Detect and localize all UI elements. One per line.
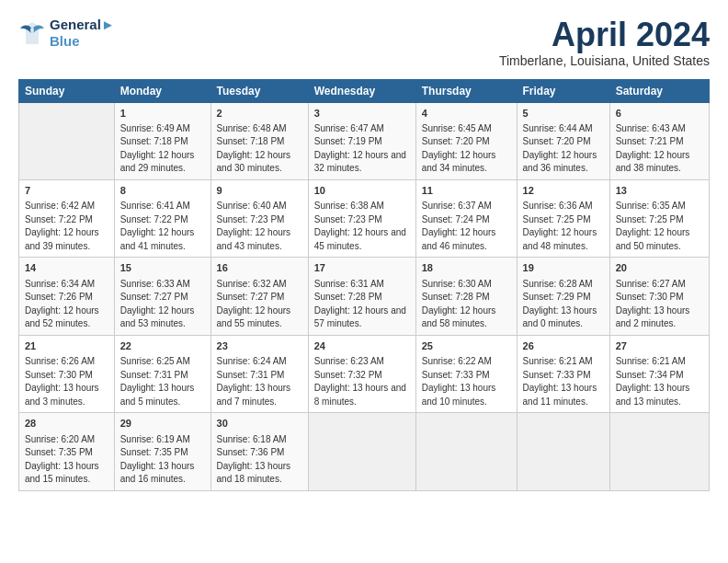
calendar-cell: 2Sunrise: 6:48 AMSunset: 7:18 PMDaylight… [210, 102, 308, 179]
day-number: 20 [616, 261, 703, 275]
calendar-cell: 4Sunrise: 6:45 AMSunset: 7:20 PMDaylight… [415, 102, 517, 179]
day-number: 8 [120, 184, 205, 198]
col-friday: Friday [517, 79, 609, 102]
cell-info: Sunrise: 6:21 AMSunset: 7:34 PMDaylight:… [616, 355, 703, 408]
day-number: 16 [217, 261, 302, 275]
day-number: 4 [422, 107, 511, 121]
day-number: 12 [523, 184, 604, 198]
cell-info: Sunrise: 6:48 AMSunset: 7:18 PMDaylight:… [217, 122, 302, 176]
day-number: 28 [25, 417, 108, 431]
day-number: 18 [422, 261, 511, 275]
day-number: 11 [422, 184, 511, 198]
cell-info: Sunrise: 6:49 AMSunset: 7:18 PMDaylight:… [120, 122, 205, 176]
col-wednesday: Wednesday [308, 79, 415, 102]
cell-info: Sunrise: 6:45 AMSunset: 7:20 PMDaylight:… [422, 122, 511, 176]
day-number: 1 [120, 107, 205, 121]
day-number: 26 [523, 339, 604, 353]
calendar-week-5: 28Sunrise: 6:20 AMSunset: 7:35 PMDayligh… [19, 413, 710, 490]
calendar-cell [609, 413, 709, 490]
cell-info: Sunrise: 6:27 AMSunset: 7:30 PMDaylight:… [616, 278, 703, 331]
cell-info: Sunrise: 6:21 AMSunset: 7:33 PMDaylight:… [523, 355, 604, 408]
calendar-cell: 30Sunrise: 6:18 AMSunset: 7:36 PMDayligh… [210, 413, 308, 490]
calendar-cell: 26Sunrise: 6:21 AMSunset: 7:33 PMDayligh… [517, 335, 609, 412]
cell-info: Sunrise: 6:35 AMSunset: 7:25 PMDaylight:… [616, 200, 703, 253]
calendar-table: Sunday Monday Tuesday Wednesday Thursday… [18, 79, 710, 491]
calendar-cell: 23Sunrise: 6:24 AMSunset: 7:31 PMDayligh… [210, 335, 308, 412]
day-number: 3 [314, 107, 410, 121]
calendar-cell: 5Sunrise: 6:44 AMSunset: 7:20 PMDaylight… [517, 102, 609, 179]
calendar-cell: 9Sunrise: 6:40 AMSunset: 7:23 PMDaylight… [210, 179, 308, 257]
calendar-cell: 19Sunrise: 6:28 AMSunset: 7:29 PMDayligh… [517, 258, 609, 335]
calendar-cell [415, 413, 517, 490]
calendar-cell: 12Sunrise: 6:36 AMSunset: 7:25 PMDayligh… [517, 179, 609, 257]
col-monday: Monday [114, 79, 210, 102]
calendar-cell: 24Sunrise: 6:23 AMSunset: 7:32 PMDayligh… [308, 335, 415, 412]
calendar-subtitle: Timberlane, Louisiana, United States [499, 53, 710, 68]
calendar-cell: 27Sunrise: 6:21 AMSunset: 7:34 PMDayligh… [609, 335, 709, 412]
calendar-week-4: 21Sunrise: 6:26 AMSunset: 7:30 PMDayligh… [19, 335, 710, 412]
day-number: 15 [120, 261, 205, 275]
calendar-cell: 29Sunrise: 6:19 AMSunset: 7:35 PMDayligh… [114, 413, 210, 490]
day-number: 6 [616, 107, 703, 121]
calendar-cell: 3Sunrise: 6:47 AMSunset: 7:19 PMDaylight… [308, 102, 415, 179]
calendar-cell: 28Sunrise: 6:20 AMSunset: 7:35 PMDayligh… [19, 413, 115, 490]
day-number: 13 [616, 184, 703, 198]
cell-info: Sunrise: 6:36 AMSunset: 7:25 PMDaylight:… [523, 200, 604, 253]
logo-icon [18, 20, 46, 46]
calendar-title: April 2024 [499, 17, 710, 53]
day-number: 14 [25, 261, 108, 275]
cell-info: Sunrise: 6:30 AMSunset: 7:28 PMDaylight:… [422, 278, 511, 331]
day-number: 29 [120, 417, 205, 431]
page-container: General► Blue April 2024 Timberlane, Lou… [0, 0, 728, 500]
calendar-header-row: Sunday Monday Tuesday Wednesday Thursday… [19, 79, 710, 102]
calendar-cell: 13Sunrise: 6:35 AMSunset: 7:25 PMDayligh… [609, 179, 709, 257]
calendar-week-3: 14Sunrise: 6:34 AMSunset: 7:26 PMDayligh… [19, 258, 710, 335]
calendar-cell: 20Sunrise: 6:27 AMSunset: 7:30 PMDayligh… [609, 258, 709, 335]
svg-marker-0 [20, 22, 44, 44]
cell-info: Sunrise: 6:20 AMSunset: 7:35 PMDaylight:… [25, 433, 108, 487]
calendar-cell: 17Sunrise: 6:31 AMSunset: 7:28 PMDayligh… [308, 258, 415, 335]
cell-info: Sunrise: 6:42 AMSunset: 7:22 PMDaylight:… [25, 200, 108, 253]
cell-info: Sunrise: 6:44 AMSunset: 7:20 PMDaylight:… [523, 122, 604, 176]
calendar-cell: 7Sunrise: 6:42 AMSunset: 7:22 PMDaylight… [19, 179, 115, 257]
calendar-cell: 25Sunrise: 6:22 AMSunset: 7:33 PMDayligh… [415, 335, 517, 412]
calendar-week-2: 7Sunrise: 6:42 AMSunset: 7:22 PMDaylight… [19, 179, 710, 257]
header: General► Blue April 2024 Timberlane, Lou… [18, 17, 710, 68]
calendar-cell: 22Sunrise: 6:25 AMSunset: 7:31 PMDayligh… [114, 335, 210, 412]
cell-info: Sunrise: 6:28 AMSunset: 7:29 PMDaylight:… [523, 278, 604, 331]
calendar-body: 1Sunrise: 6:49 AMSunset: 7:18 PMDaylight… [19, 102, 710, 490]
cell-info: Sunrise: 6:19 AMSunset: 7:35 PMDaylight:… [120, 433, 205, 487]
calendar-week-1: 1Sunrise: 6:49 AMSunset: 7:18 PMDaylight… [19, 102, 710, 179]
col-sunday: Sunday [19, 79, 115, 102]
logo-text: General► Blue [50, 17, 115, 50]
calendar-cell: 14Sunrise: 6:34 AMSunset: 7:26 PMDayligh… [19, 258, 115, 335]
cell-info: Sunrise: 6:26 AMSunset: 7:30 PMDaylight:… [25, 355, 108, 408]
calendar-cell [19, 102, 115, 179]
logo: General► Blue [18, 17, 115, 50]
cell-info: Sunrise: 6:25 AMSunset: 7:31 PMDaylight:… [120, 355, 205, 408]
calendar-cell: 18Sunrise: 6:30 AMSunset: 7:28 PMDayligh… [415, 258, 517, 335]
calendar-cell: 8Sunrise: 6:41 AMSunset: 7:22 PMDaylight… [114, 179, 210, 257]
day-number: 9 [217, 184, 302, 198]
cell-info: Sunrise: 6:41 AMSunset: 7:22 PMDaylight:… [120, 200, 205, 253]
col-saturday: Saturday [609, 79, 709, 102]
calendar-cell [308, 413, 415, 490]
title-block: April 2024 Timberlane, Louisiana, United… [499, 17, 710, 68]
day-number: 23 [217, 339, 302, 353]
cell-info: Sunrise: 6:18 AMSunset: 7:36 PMDaylight:… [217, 433, 302, 487]
cell-info: Sunrise: 6:37 AMSunset: 7:24 PMDaylight:… [422, 200, 511, 253]
cell-info: Sunrise: 6:22 AMSunset: 7:33 PMDaylight:… [422, 355, 511, 408]
day-number: 24 [314, 339, 410, 353]
cell-info: Sunrise: 6:47 AMSunset: 7:19 PMDaylight:… [314, 122, 410, 176]
col-tuesday: Tuesday [210, 79, 308, 102]
cell-info: Sunrise: 6:40 AMSunset: 7:23 PMDaylight:… [217, 200, 302, 253]
day-number: 7 [25, 184, 108, 198]
day-number: 2 [217, 107, 302, 121]
day-number: 17 [314, 261, 410, 275]
day-number: 22 [120, 339, 205, 353]
calendar-cell: 21Sunrise: 6:26 AMSunset: 7:30 PMDayligh… [19, 335, 115, 412]
day-number: 27 [616, 339, 703, 353]
cell-info: Sunrise: 6:32 AMSunset: 7:27 PMDaylight:… [217, 278, 302, 331]
day-number: 21 [25, 339, 108, 353]
cell-info: Sunrise: 6:23 AMSunset: 7:32 PMDaylight:… [314, 355, 410, 408]
